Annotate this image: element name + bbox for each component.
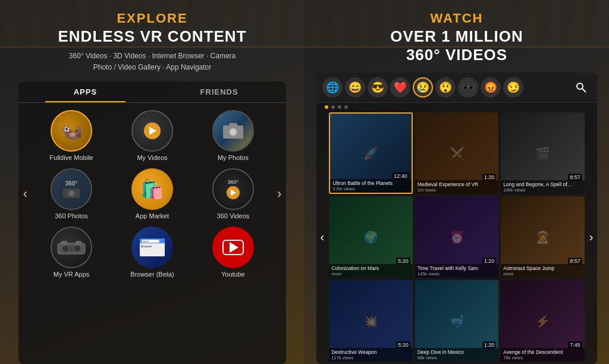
app-browser[interactable]: http:// Browser Browser (Beta) [115, 227, 189, 278]
videos-next-arrow[interactable]: › [586, 230, 597, 244]
dot-2[interactable] [331, 105, 335, 109]
browser-label: Browser (Beta) [130, 271, 174, 278]
app-360videos[interactable]: 360° 360 Videos [196, 168, 270, 219]
video-5[interactable]: ⏰ 1:20 Time Travel with Kelly Sam 145k v… [415, 196, 499, 278]
apps-container: APPS FRIENDS ‹ 🦦 Fulldive Mobile [18, 81, 287, 364]
search-button[interactable] [571, 77, 591, 98]
youtube-label: Youtube [221, 271, 245, 278]
watch-title: WATCH [430, 11, 483, 26]
emoji-bar: 🌐 😄 😎 ❤️ 😢 😲 🕶️ 😡 😏 [316, 73, 597, 103]
app-myvideos[interactable]: My Videos [115, 110, 189, 161]
video-9[interactable]: ⚡ 7:45 Avenge of the Descendent 78k view… [501, 280, 585, 362]
video-3[interactable]: 🎬 8:57 Long and Begone, A Spell of... 14… [501, 112, 585, 194]
fulldive-icon: 🦦 [51, 110, 92, 152]
apps-tabs: APPS FRIENDS [18, 81, 287, 103]
video-6[interactable]: 🧑‍🚀 8:57 Astronaut Space Jump more [501, 196, 585, 278]
video-9-title: Avenge of the Descendent [503, 349, 582, 355]
emoji-globe[interactable]: 🌐 [322, 77, 343, 98]
video-7-title: Destructive Weapon [331, 349, 410, 355]
app-360photos[interactable]: 360° 360 Photos [34, 168, 108, 219]
video-1[interactable]: 🚀 12:40 Ultron Battle of the Planets 5.5… [329, 112, 413, 194]
appmarket-icon: 🛍️ [131, 168, 173, 210]
apps-prev-arrow[interactable]: ‹ [18, 186, 32, 202]
apps-grid: 🦦 Fulldive Mobile My Videos [32, 108, 272, 280]
video-9-views: 78k views [503, 355, 582, 360]
left-subtitle: 360° Videos · 3D Videos · Internet Brows… [69, 51, 236, 73]
left-content: EXPLORE ENDLESS VR CONTENT 360° Videos ·… [0, 0, 304, 364]
360photos-icon: 360° [51, 168, 92, 210]
video-3-views: 140k views [503, 187, 582, 193]
emoji-sunglasses[interactable]: 🕶️ [458, 77, 478, 98]
360videos-icon: 360° [212, 168, 254, 210]
fulldive-label: Fulldive Mobile [49, 154, 93, 161]
video-4-info: Colonization on Mars more [329, 264, 413, 278]
videos-grid-wrapper: ‹ 🚀 12:40 Ultron Battle of the Planets 5… [316, 110, 597, 364]
emoji-surprised[interactable]: 😲 [435, 77, 456, 98]
video-3-title: Long and Begone, A Spell of... [503, 181, 582, 187]
svg-line-14 [582, 89, 586, 92]
svg-point-8 [62, 245, 69, 252]
browser-icon: http:// Browser [131, 227, 173, 268]
emoji-angry[interactable]: 😡 [481, 77, 501, 98]
video-8-views: 98k views [417, 355, 497, 360]
app-appmarket[interactable]: 🛍️ App Market [115, 168, 189, 219]
video-2-title: Medieval Experience of VR [417, 181, 497, 187]
appmarket-label: App Market [136, 212, 169, 219]
svg-point-2 [230, 129, 236, 135]
video-5-views: 145k views [417, 271, 497, 277]
video-1-views: 5.5m views [332, 186, 409, 192]
video-2-views: 1m views [417, 187, 497, 193]
myvideos-label: My Videos [137, 154, 167, 161]
myphotos-icon [212, 110, 254, 152]
myVR-icon [51, 227, 92, 268]
myvideos-icon [131, 110, 173, 152]
tab-apps[interactable]: APPS [18, 81, 152, 102]
video-2-info: Medieval Experience of VR 1m views [415, 180, 499, 194]
video-2[interactable]: ⚔️ 1:20 Medieval Experience of VR 1m vie… [415, 112, 499, 194]
youtube-icon [212, 227, 254, 268]
dot-4[interactable] [344, 105, 348, 109]
video-1-title: Ultron Battle of the Planets [332, 180, 409, 186]
svg-rect-3 [229, 123, 237, 127]
svg-rect-11 [61, 241, 67, 244]
explore-title: EXPLORE [117, 11, 187, 26]
apps-grid-wrapper: ‹ 🦦 Fulldive Mobile My Video [18, 103, 287, 285]
app-myphotos[interactable]: My Photos [196, 110, 270, 161]
video-7-views: 117k views [331, 355, 410, 360]
video-1-info: Ultron Battle of the Planets 5.5m views [330, 179, 412, 193]
video-5-title: Time Travel with Kelly Sam [417, 265, 497, 271]
emoji-happy[interactable]: 😄 [345, 77, 365, 98]
video-6-info: Astronaut Space Jump more [501, 264, 585, 278]
emoji-sad[interactable]: 😢 [413, 77, 433, 98]
svg-rect-10 [69, 246, 74, 252]
endless-vr-title: ENDLESS VR CONTENT [58, 27, 246, 46]
emoji-cool[interactable]: 😎 [368, 77, 388, 98]
video-7[interactable]: 💥 5:20 Destructive Weapon 117k views [329, 280, 413, 362]
myVR-label: My VR Apps [54, 271, 90, 278]
svg-point-6 [69, 191, 74, 196]
video-8[interactable]: 🤿 1:20 Deep Dive in Mexico 98k views [415, 280, 499, 362]
right-panel: WATCH OVER 1 MILLION 360° VIDEOS 🌐 😄 😎 ❤… [304, 0, 609, 364]
apps-next-arrow[interactable]: › [272, 186, 286, 202]
videos-grid: 🚀 12:40 Ultron Battle of the Planets 5.5… [328, 110, 586, 364]
video-4[interactable]: 🌍 5:20 Colonization on Mars more [329, 196, 413, 278]
app-fulldive[interactable]: 🦦 Fulldive Mobile [34, 110, 108, 161]
video-7-info: Destructive Weapon 117k views [329, 348, 413, 362]
watch-container: 🌐 😄 😎 ❤️ 😢 😲 🕶️ 😡 😏 [316, 73, 597, 364]
myphotos-label: My Photos [218, 154, 249, 161]
app-myVR[interactable]: My VR Apps [34, 227, 108, 278]
app-youtube[interactable]: Youtube [196, 227, 270, 278]
video-8-info: Deep Dive in Mexico 98k views [415, 348, 499, 362]
video-6-views: more [503, 271, 582, 277]
dot-1[interactable] [325, 105, 328, 109]
video-8-title: Deep Dive in Mexico [417, 349, 497, 355]
svg-point-9 [74, 245, 81, 252]
svg-point-13 [577, 83, 583, 89]
video-3-info: Long and Begone, A Spell of... 140k view… [501, 180, 585, 194]
tab-friends[interactable]: FRIENDS [152, 81, 286, 102]
videos-prev-arrow[interactable]: ‹ [316, 230, 328, 244]
emoji-smirk[interactable]: 😏 [503, 77, 523, 98]
video-9-info: Avenge of the Descendent 78k views [501, 348, 585, 362]
emoji-heart[interactable]: ❤️ [390, 77, 410, 98]
dot-3[interactable] [338, 105, 341, 109]
